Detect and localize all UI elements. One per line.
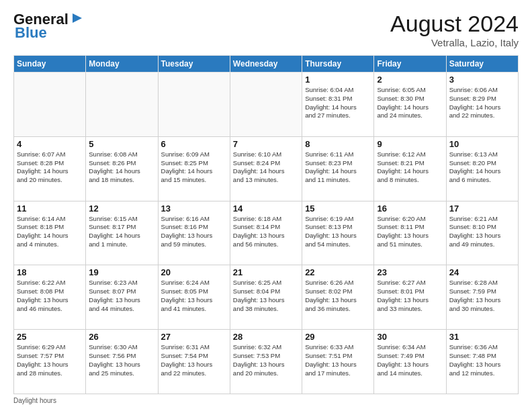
day-number: 24 [449,267,515,277]
day-info: Sunrise: 6:19 AM Sunset: 8:13 PM Dayligh… [305,215,371,249]
calendar-cell: 12Sunrise: 6:15 AM Sunset: 8:17 PM Dayli… [86,201,158,265]
day-number: 21 [233,267,299,277]
day-number: 31 [449,332,515,342]
calendar-cell: 24Sunrise: 6:28 AM Sunset: 7:59 PM Dayli… [446,265,518,330]
calendar-cell: 7Sunrise: 6:10 AM Sunset: 8:24 PM Daylig… [230,136,302,201]
day-info: Sunrise: 6:27 AM Sunset: 8:01 PM Dayligh… [377,279,443,313]
day-number: 11 [17,203,83,214]
calendar-cell: 4Sunrise: 6:07 AM Sunset: 8:28 PM Daylig… [14,136,86,201]
weekday-header-friday: Friday [374,56,446,73]
calendar-cell: 18Sunrise: 6:22 AM Sunset: 8:08 PM Dayli… [14,265,86,330]
calendar-cell [230,73,302,137]
day-number: 17 [449,203,515,214]
calendar-cell: 28Sunrise: 6:32 AM Sunset: 7:53 PM Dayli… [230,330,302,394]
day-number: 22 [305,267,371,277]
day-info: Sunrise: 6:32 AM Sunset: 7:53 PM Dayligh… [233,343,299,377]
day-number: 28 [233,332,299,342]
calendar-cell [86,73,158,137]
month-year: August 2024 [390,11,519,37]
weekday-header-wednesday: Wednesday [230,56,302,73]
calendar-cell: 23Sunrise: 6:27 AM Sunset: 8:01 PM Dayli… [374,265,446,330]
weekday-header-tuesday: Tuesday [158,56,230,73]
location: Vetralla, Lazio, Italy [390,37,519,48]
day-number: 26 [89,332,154,342]
calendar-cell: 2Sunrise: 6:05 AM Sunset: 8:30 PM Daylig… [374,73,446,137]
day-number: 6 [161,139,227,149]
day-number: 12 [89,203,154,214]
calendar-cell: 17Sunrise: 6:21 AM Sunset: 8:10 PM Dayli… [446,201,518,265]
day-info: Sunrise: 6:34 AM Sunset: 7:49 PM Dayligh… [377,343,443,377]
day-number: 20 [161,267,227,277]
day-info: Sunrise: 6:30 AM Sunset: 7:56 PM Dayligh… [89,343,154,377]
calendar-cell: 5Sunrise: 6:08 AM Sunset: 8:26 PM Daylig… [86,136,158,201]
day-info: Sunrise: 6:11 AM Sunset: 8:23 PM Dayligh… [305,150,371,185]
day-number: 9 [377,139,443,149]
day-info: Sunrise: 6:26 AM Sunset: 8:02 PM Dayligh… [305,279,371,313]
weekday-header-sunday: Sunday [14,56,86,73]
weekday-header-monday: Monday [86,56,158,73]
calendar-cell [14,73,86,137]
day-info: Sunrise: 6:05 AM Sunset: 8:30 PM Dayligh… [377,86,443,120]
day-info: Sunrise: 6:09 AM Sunset: 8:25 PM Dayligh… [161,150,227,185]
day-info: Sunrise: 6:33 AM Sunset: 7:51 PM Dayligh… [305,343,371,377]
day-number: 7 [233,139,299,149]
calendar-cell: 15Sunrise: 6:19 AM Sunset: 8:13 PM Dayli… [302,201,374,265]
day-info: Sunrise: 6:22 AM Sunset: 8:08 PM Dayligh… [17,279,83,313]
calendar-cell: 19Sunrise: 6:23 AM Sunset: 8:07 PM Dayli… [86,265,158,330]
day-info: Sunrise: 6:14 AM Sunset: 8:18 PM Dayligh… [17,215,83,249]
calendar-cell: 10Sunrise: 6:13 AM Sunset: 8:20 PM Dayli… [446,136,518,201]
calendar-cell: 21Sunrise: 6:25 AM Sunset: 8:04 PM Dayli… [230,265,302,330]
calendar-cell: 26Sunrise: 6:30 AM Sunset: 7:56 PM Dayli… [86,330,158,394]
calendar-cell: 11Sunrise: 6:14 AM Sunset: 8:18 PM Dayli… [14,201,86,265]
calendar-cell: 8Sunrise: 6:11 AM Sunset: 8:23 PM Daylig… [302,136,374,201]
calendar-cell: 20Sunrise: 6:24 AM Sunset: 8:05 PM Dayli… [158,265,230,330]
calendar-cell: 22Sunrise: 6:26 AM Sunset: 8:02 PM Dayli… [302,265,374,330]
day-info: Sunrise: 6:31 AM Sunset: 7:54 PM Dayligh… [161,343,227,377]
logo-icon [70,11,85,26]
day-number: 5 [89,139,154,149]
day-number: 16 [377,203,443,214]
logo-blue: Blue [15,24,47,42]
day-number: 10 [449,139,515,149]
calendar-cell: 29Sunrise: 6:33 AM Sunset: 7:51 PM Dayli… [302,330,374,394]
day-number: 14 [233,203,299,214]
day-number: 1 [305,75,371,85]
day-number: 19 [89,267,154,277]
day-info: Sunrise: 6:25 AM Sunset: 8:04 PM Dayligh… [233,279,299,313]
calendar-cell: 1Sunrise: 6:04 AM Sunset: 8:31 PM Daylig… [302,73,374,137]
day-info: Sunrise: 6:15 AM Sunset: 8:17 PM Dayligh… [89,215,154,249]
day-info: Sunrise: 6:18 AM Sunset: 8:14 PM Dayligh… [233,215,299,249]
calendar-cell: 16Sunrise: 6:20 AM Sunset: 8:11 PM Dayli… [374,201,446,265]
day-number: 29 [305,332,371,342]
day-number: 23 [377,267,443,277]
day-info: Sunrise: 6:29 AM Sunset: 7:57 PM Dayligh… [17,343,83,377]
page-header: General Blue August 2024 Vetralla, Lazio… [13,11,519,48]
calendar-cell: 3Sunrise: 6:06 AM Sunset: 8:29 PM Daylig… [446,73,518,137]
calendar-cell: 30Sunrise: 6:34 AM Sunset: 7:49 PM Dayli… [374,330,446,394]
calendar-cell: 31Sunrise: 6:36 AM Sunset: 7:48 PM Dayli… [446,330,518,394]
weekday-header-thursday: Thursday [302,56,374,73]
day-info: Sunrise: 6:16 AM Sunset: 8:16 PM Dayligh… [161,215,227,249]
day-number: 13 [161,203,227,214]
day-number: 25 [17,332,83,342]
title-section: August 2024 Vetralla, Lazio, Italy [390,11,519,48]
calendar-cell: 9Sunrise: 6:12 AM Sunset: 8:21 PM Daylig… [374,136,446,201]
day-number: 3 [449,75,515,85]
svg-marker-0 [73,13,82,23]
weekday-header-saturday: Saturday [446,56,518,73]
day-number: 8 [305,139,371,149]
day-info: Sunrise: 6:20 AM Sunset: 8:11 PM Dayligh… [377,215,443,249]
day-number: 18 [17,267,83,277]
day-info: Sunrise: 6:07 AM Sunset: 8:28 PM Dayligh… [17,150,83,185]
calendar-cell: 25Sunrise: 6:29 AM Sunset: 7:57 PM Dayli… [14,330,86,394]
day-number: 4 [17,139,83,149]
calendar-cell: 13Sunrise: 6:16 AM Sunset: 8:16 PM Dayli… [158,201,230,265]
day-info: Sunrise: 6:13 AM Sunset: 8:20 PM Dayligh… [449,150,515,185]
day-info: Sunrise: 6:08 AM Sunset: 8:26 PM Dayligh… [89,150,154,185]
logo: General Blue [13,11,85,42]
day-info: Sunrise: 6:21 AM Sunset: 8:10 PM Dayligh… [449,215,515,249]
day-info: Sunrise: 6:12 AM Sunset: 8:21 PM Dayligh… [377,150,443,185]
calendar-cell: 14Sunrise: 6:18 AM Sunset: 8:14 PM Dayli… [230,201,302,265]
day-info: Sunrise: 6:23 AM Sunset: 8:07 PM Dayligh… [89,279,154,313]
day-number: 2 [377,75,443,85]
